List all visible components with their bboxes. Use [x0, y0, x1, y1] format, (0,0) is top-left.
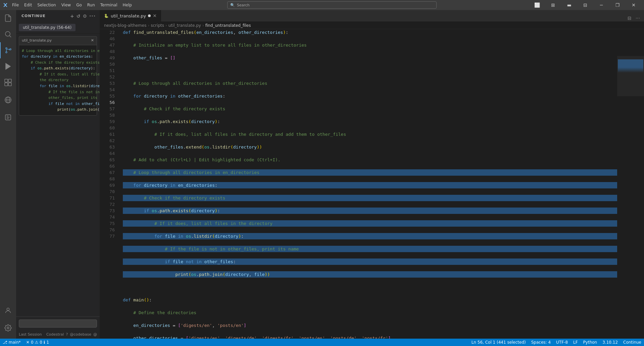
line-num-72: 72 — [100, 201, 115, 208]
chat-tab-header: util_translate.py (56-64) — [16, 22, 100, 34]
line-num-60: 60 — [100, 125, 115, 131]
menu-run[interactable]: Run — [85, 0, 98, 10]
menu-edit[interactable]: Edit — [21, 0, 35, 10]
svg-point-14 — [7, 308, 9, 310]
panel-icon[interactable]: ▬ — [561, 0, 577, 10]
title-bar-center: 🔍 Search — [135, 1, 529, 9]
menu-selection[interactable]: Selection — [35, 0, 58, 10]
chat-tab-active[interactable]: util_translate.py (56-64) — [19, 24, 76, 31]
model-help-icon[interactable]: ? — [66, 332, 68, 337]
minimap — [617, 29, 644, 339]
code-line-63: if file not in other_files: — [123, 258, 617, 265]
menu-help[interactable]: Help — [120, 0, 135, 10]
close-button[interactable]: ✕ — [626, 0, 641, 10]
chat-close-icon[interactable]: ✕ — [91, 38, 94, 44]
source-control-icon[interactable] — [0, 42, 16, 58]
title-bar-left: File Edit Selection View Go Run Terminal… — [3, 0, 135, 10]
run-debug-icon[interactable] — [0, 58, 16, 74]
split-editor-icon[interactable]: ⊟ — [626, 15, 633, 21]
search-icon: 🔍 — [230, 3, 235, 7]
editor-area: 🐍 util_translate.py ✕ ⊟ ··· nextjs-blog-… — [100, 10, 644, 339]
menu-go[interactable]: Go — [73, 0, 85, 10]
tab-util-translate[interactable]: 🐍 util_translate.py ✕ — [100, 10, 161, 21]
language-item[interactable]: Python — [581, 339, 600, 346]
breadcrumb-scripts[interactable]: scripts — [151, 23, 164, 28]
git-branch-item[interactable]: ⎇ main* — [0, 339, 23, 346]
chat-footer-left: Last Session — [19, 332, 42, 337]
line-num-52: 52 — [100, 74, 115, 80]
codestral-activity-icon[interactable] — [0, 109, 16, 125]
grid-icon[interactable]: ⊟ — [578, 0, 593, 10]
search-activity-icon[interactable] — [0, 26, 16, 42]
breadcrumb-function[interactable]: find_untranslated_files — [205, 23, 251, 28]
line-num-63: 63 — [100, 144, 115, 150]
at-codebase-icon[interactable]: @ — [93, 332, 97, 337]
sidebar: CONTINUE + ↺ ⚙ ··· util_translate.py (56… — [16, 10, 100, 339]
continue-label: Continue — [623, 340, 641, 345]
menu-file[interactable]: File — [9, 0, 21, 10]
at-codebase-label[interactable]: @codebase — [70, 332, 91, 337]
extensions-icon[interactable] — [0, 74, 16, 91]
line-num-69: 69 — [100, 182, 115, 188]
explorer-icon[interactable] — [0, 10, 16, 26]
svg-point-4 — [10, 49, 11, 50]
code-line-65 — [123, 284, 617, 290]
last-session-label[interactable]: Last Session — [19, 332, 42, 337]
eol-item[interactable]: LF — [571, 339, 581, 346]
line-num-48: 48 — [100, 48, 115, 55]
line-num-53: 53 — [100, 80, 115, 86]
restore-button[interactable]: ❐ — [610, 0, 625, 10]
status-bar-left: ⎇ main* ✕ 0 ⚠ 0 ℹ 1 — [0, 339, 52, 346]
encoding-item[interactable]: UTF-8 — [553, 339, 571, 346]
breadcrumb-file[interactable]: util_translate.py — [168, 23, 201, 28]
line-col-item[interactable]: Ln 56, Col 1 (441 selected) — [469, 339, 529, 346]
menu-terminal[interactable]: Terminal — [98, 0, 120, 10]
remote-explorer-icon[interactable] — [0, 92, 16, 108]
line-num-47: 47 — [100, 42, 115, 48]
layout-icon[interactable]: ⬜ — [529, 0, 545, 10]
python-version-item[interactable]: 3.10.12 — [600, 339, 621, 346]
minimize-button[interactable]: ─ — [594, 0, 609, 10]
split-icon[interactable]: ⊞ — [545, 0, 561, 10]
errors-item[interactable]: ✕ 0 ⚠ 0 ℹ 1 — [23, 339, 52, 346]
chat-input[interactable] — [19, 320, 97, 328]
account-icon[interactable] — [0, 302, 16, 319]
tab-label: util_translate.py — [111, 13, 146, 18]
warning-icon: ⚠ — [35, 340, 39, 345]
code-line-49: # Loop through all directories in other_… — [123, 80, 617, 86]
search-placeholder: Search — [237, 3, 250, 7]
menu-view[interactable]: View — [59, 0, 73, 10]
more-options-icon[interactable]: ··· — [89, 13, 96, 19]
tab-close-icon[interactable]: ✕ — [153, 13, 157, 18]
code-line-47: other_files = [] — [123, 55, 617, 61]
warning-count: 0 — [40, 340, 42, 345]
code-line-53: # If it does, list all files in the dire… — [123, 131, 617, 137]
code-line-51: # Check if the directory exists — [123, 106, 617, 112]
spaces-item[interactable]: Spaces: 4 — [529, 339, 553, 346]
code-area[interactable]: def find_untranslated_files(en_directori… — [117, 29, 617, 339]
more-actions-icon[interactable]: ··· — [634, 15, 641, 21]
sidebar-header: CONTINUE + ↺ ⚙ ··· — [16, 10, 100, 22]
line-num-51: 51 — [100, 67, 115, 74]
codestral-label[interactable]: Codestral — [46, 332, 64, 337]
line-num-66: 66 — [100, 163, 115, 169]
new-chat-icon[interactable]: + — [70, 13, 75, 19]
settings-icon[interactable] — [0, 320, 16, 336]
line-num-74: 74 — [100, 214, 115, 220]
line-num-64: 64 — [100, 150, 115, 157]
line-num-54: 54 — [100, 86, 115, 93]
sidebar-title: CONTINUE — [21, 14, 46, 18]
code-line-66: def main(): — [123, 297, 617, 303]
chat-messages: util_translate.py ✕ # Loop through all d… — [16, 34, 100, 316]
line-num-70: 70 — [100, 188, 115, 195]
code-line-46: # Initialize an empty list to store all … — [123, 42, 617, 48]
chat-settings-icon[interactable]: ⚙ — [83, 13, 87, 19]
breadcrumb-root[interactable]: nextjs-blog-althemes — [104, 23, 146, 28]
refresh-icon[interactable]: ↺ — [77, 13, 81, 19]
svg-line-1 — [10, 36, 11, 37]
svg-marker-5 — [6, 63, 10, 69]
activity-bar — [0, 10, 16, 339]
search-bar[interactable]: 🔍 Search — [227, 1, 437, 9]
code-line-50: for directory in other_directories: — [123, 93, 617, 99]
continue-item[interactable]: Continue — [621, 339, 644, 346]
